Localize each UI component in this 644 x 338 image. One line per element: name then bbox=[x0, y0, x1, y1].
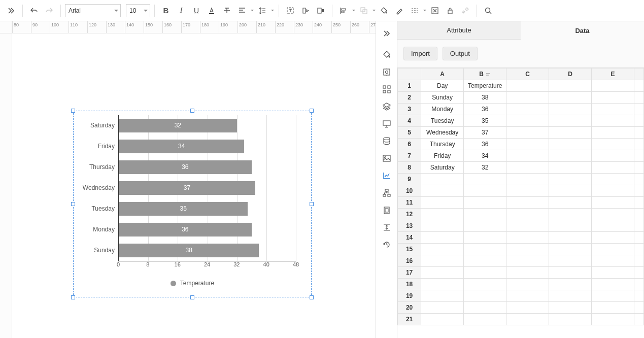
cell[interactable] bbox=[506, 314, 549, 325]
col-header-b[interactable]: B bbox=[464, 69, 506, 80]
presentation-button[interactable] bbox=[379, 116, 395, 132]
cell[interactable] bbox=[464, 185, 506, 197]
lock-button[interactable] bbox=[443, 4, 457, 18]
cell[interactable] bbox=[634, 267, 644, 279]
italic-button[interactable]: I bbox=[174, 4, 188, 18]
cell[interactable] bbox=[549, 209, 592, 220]
cell[interactable] bbox=[592, 104, 634, 115]
chart-bar[interactable]: 35 bbox=[119, 202, 248, 215]
border-style-button[interactable] bbox=[408, 4, 422, 18]
cell[interactable] bbox=[506, 185, 549, 197]
cell[interactable] bbox=[506, 209, 549, 220]
cell[interactable]: Day bbox=[421, 80, 464, 92]
search-button[interactable] bbox=[481, 4, 495, 18]
cell[interactable] bbox=[592, 314, 634, 325]
cell[interactable]: Thursday bbox=[421, 139, 464, 150]
row-header[interactable]: 19 bbox=[398, 290, 421, 302]
cell[interactable]: 36 bbox=[464, 104, 506, 115]
spacing-button[interactable] bbox=[379, 219, 395, 235]
row-header[interactable]: 15 bbox=[398, 244, 421, 255]
expand-toolbar-button[interactable] bbox=[4, 4, 18, 18]
cell[interactable] bbox=[549, 150, 592, 162]
col-header-e[interactable]: E bbox=[592, 69, 634, 80]
row-header[interactable]: 17 bbox=[398, 267, 421, 279]
cell[interactable] bbox=[592, 279, 634, 290]
cell[interactable] bbox=[634, 185, 644, 197]
cell[interactable] bbox=[634, 115, 644, 127]
col-header-a[interactable]: A bbox=[421, 69, 464, 80]
cell[interactable] bbox=[634, 139, 644, 150]
cell[interactable] bbox=[592, 290, 634, 302]
image-button[interactable] bbox=[379, 150, 395, 166]
text-box-button[interactable] bbox=[283, 4, 297, 18]
cell[interactable] bbox=[506, 104, 549, 115]
align-dropdown[interactable] bbox=[250, 10, 254, 11]
cell[interactable] bbox=[506, 139, 549, 150]
row-header[interactable]: 3 bbox=[398, 104, 421, 115]
cell[interactable] bbox=[592, 244, 634, 255]
cell[interactable] bbox=[506, 244, 549, 255]
cell[interactable] bbox=[592, 162, 634, 174]
cell[interactable] bbox=[634, 92, 644, 104]
cell[interactable] bbox=[592, 255, 634, 267]
cell[interactable] bbox=[464, 232, 506, 244]
cell[interactable] bbox=[421, 244, 464, 255]
stroke-color-button[interactable] bbox=[392, 4, 406, 18]
cell[interactable] bbox=[634, 80, 644, 92]
cell[interactable] bbox=[549, 80, 592, 92]
cell[interactable] bbox=[549, 279, 592, 290]
cell[interactable] bbox=[549, 244, 592, 255]
cell[interactable] bbox=[549, 174, 592, 185]
cell[interactable] bbox=[549, 127, 592, 139]
cell[interactable] bbox=[634, 302, 644, 314]
clear-format-button[interactable] bbox=[428, 4, 442, 18]
cell[interactable] bbox=[592, 115, 634, 127]
cell[interactable] bbox=[549, 104, 592, 115]
cell[interactable]: Saturday bbox=[421, 162, 464, 174]
cell[interactable] bbox=[592, 150, 634, 162]
row-header[interactable]: 13 bbox=[398, 220, 421, 232]
clipboard-button[interactable] bbox=[379, 202, 395, 218]
row-header[interactable]: 11 bbox=[398, 197, 421, 209]
tab-attribute[interactable]: Attribute bbox=[397, 21, 521, 40]
cell[interactable] bbox=[549, 232, 592, 244]
tab-data[interactable]: Data bbox=[521, 21, 644, 40]
row-header[interactable]: 9 bbox=[398, 174, 421, 185]
overflow-visible-button[interactable] bbox=[314, 4, 328, 18]
redo-button[interactable] bbox=[42, 4, 56, 18]
cell[interactable] bbox=[592, 267, 634, 279]
row-header[interactable]: 18 bbox=[398, 279, 421, 290]
cell[interactable] bbox=[506, 255, 549, 267]
data-sheet[interactable]: A B C D E 1DayTemperature2Sunday383Monda… bbox=[397, 67, 644, 338]
resize-handle-br[interactable] bbox=[310, 295, 314, 299]
cell[interactable] bbox=[549, 314, 592, 325]
history-button[interactable] bbox=[379, 236, 395, 253]
tools-button[interactable] bbox=[458, 4, 472, 18]
cell[interactable] bbox=[506, 174, 549, 185]
cell[interactable] bbox=[464, 197, 506, 209]
cell[interactable] bbox=[421, 267, 464, 279]
cell[interactable]: Wednesday bbox=[421, 127, 464, 139]
collapse-panel-button[interactable] bbox=[379, 25, 395, 42]
cell[interactable] bbox=[549, 92, 592, 104]
row-header[interactable]: 8 bbox=[398, 162, 421, 174]
cell[interactable] bbox=[421, 255, 464, 267]
cell[interactable] bbox=[464, 290, 506, 302]
cell[interactable] bbox=[464, 267, 506, 279]
cell[interactable] bbox=[634, 174, 644, 185]
font-color-button[interactable] bbox=[205, 4, 219, 18]
row-header[interactable]: 2 bbox=[398, 92, 421, 104]
cell[interactable] bbox=[634, 232, 644, 244]
hierarchy-button[interactable] bbox=[379, 185, 395, 201]
chart-bar[interactable]: 38 bbox=[119, 244, 259, 257]
cell[interactable] bbox=[634, 279, 644, 290]
chart-bar[interactable]: 36 bbox=[119, 223, 252, 236]
cell[interactable] bbox=[506, 197, 549, 209]
cell[interactable] bbox=[506, 150, 549, 162]
cell[interactable] bbox=[592, 80, 634, 92]
row-header[interactable]: 21 bbox=[398, 314, 421, 325]
border-dropdown[interactable] bbox=[423, 10, 427, 11]
row-header[interactable]: 1 bbox=[398, 80, 421, 92]
cell[interactable] bbox=[549, 220, 592, 232]
cell[interactable]: 37 bbox=[464, 127, 506, 139]
